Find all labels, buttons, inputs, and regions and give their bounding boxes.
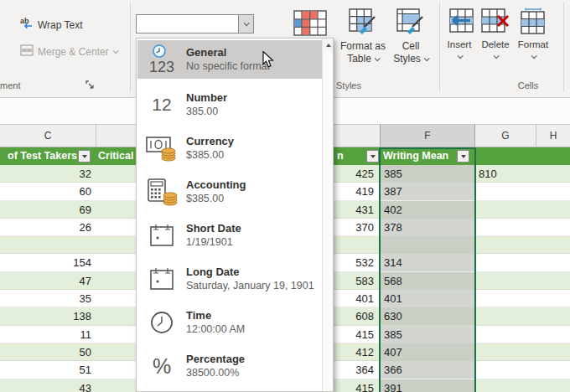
menu-item-short-date[interactable]: Short Date1/19/1901	[137, 214, 323, 256]
percentage-icon: %	[137, 354, 186, 379]
column-letter-g[interactable]: G	[475, 125, 536, 147]
wrap-text-label: Wrap Text	[38, 19, 83, 31]
cell[interactable]: 314	[380, 254, 475, 271]
merge-center-label: Merge & Center	[38, 46, 109, 58]
cell[interactable]: 43	[0, 379, 96, 392]
alignment-group-label: ment	[0, 80, 20, 90]
format-button[interactable]: Format	[514, 3, 552, 59]
chevron-down-icon	[244, 20, 250, 26]
cell[interactable]: 32	[0, 165, 96, 183]
number-format-combobox[interactable]	[136, 14, 254, 34]
column-letter-d[interactable]	[96, 125, 136, 147]
group-separator	[563, 2, 564, 92]
combobox-dropdown-button[interactable]	[238, 15, 253, 33]
cell[interactable]	[0, 236, 96, 254]
cells-group-label: Cells	[498, 80, 558, 90]
cell[interactable]: 385	[380, 326, 475, 343]
cell[interactable]: 387	[380, 183, 475, 200]
insert-button[interactable]: Insert	[442, 3, 477, 59]
cell[interactable]: 51	[0, 361, 96, 379]
cell[interactable]	[475, 290, 536, 307]
cell[interactable]: 138	[0, 307, 96, 325]
delete-icon	[481, 3, 510, 39]
number-12-icon: 12	[137, 95, 186, 115]
chevron-down-icon	[531, 53, 536, 59]
column-letter-c[interactable]: C	[0, 125, 96, 147]
cell[interactable]	[380, 236, 475, 254]
cell[interactable]: 69	[0, 201, 96, 219]
format-label: Format	[518, 39, 548, 51]
cell[interactable]: 366	[380, 361, 475, 379]
chevron-down-icon	[493, 53, 499, 59]
cell[interactable]	[475, 183, 536, 200]
cell[interactable]	[475, 201, 536, 219]
column-letter-h[interactable]: H	[536, 125, 570, 147]
cell[interactable]	[475, 307, 536, 325]
short-date-icon	[137, 223, 186, 248]
cell[interactable]: 60	[0, 183, 96, 200]
excel-window: ab Wrap Text Merge & Center ment	[0, 0, 570, 392]
menu-item-currency[interactable]: Currency$385.00	[137, 127, 323, 169]
conditional-formatting-icon[interactable]	[293, 10, 327, 39]
cell[interactable]: 47	[0, 272, 96, 290]
cell[interactable]: 391	[380, 379, 475, 392]
menu-item-long-date[interactable]: Long DateSaturday, January 19, 1901	[137, 258, 323, 300]
cell[interactable]	[475, 379, 536, 392]
cell[interactable]	[475, 343, 536, 361]
cell[interactable]: 810	[475, 165, 536, 183]
wrap-text-button[interactable]: ab Wrap Text	[20, 17, 83, 33]
cell[interactable]	[475, 236, 536, 254]
number-format-value	[137, 15, 238, 33]
filter-icon[interactable]	[366, 150, 379, 162]
filter-icon[interactable]	[457, 150, 469, 162]
column-letter-f-selected[interactable]: F	[380, 125, 475, 147]
cell[interactable]: 154	[0, 254, 96, 271]
cell[interactable]	[475, 219, 536, 236]
cell[interactable]	[475, 361, 536, 379]
svg-text:ab: ab	[20, 17, 29, 25]
format-as-table-label: Format as	[340, 40, 386, 53]
menu-scrollbar[interactable]	[322, 39, 333, 391]
dialog-launcher-icon[interactable]	[86, 79, 96, 94]
merge-center-button[interactable]: Merge & Center	[20, 44, 117, 59]
long-date-icon	[137, 266, 186, 291]
cell[interactable]	[475, 254, 536, 271]
wrap-text-icon: ab	[20, 17, 34, 33]
cell-styles-button[interactable]: Cell Styles	[387, 3, 434, 65]
cell[interactable]: 402	[380, 201, 475, 219]
cell[interactable]: 35	[0, 290, 96, 307]
insert-icon	[445, 3, 474, 39]
cell[interactable]: 401	[380, 290, 475, 307]
cell[interactable]: 568	[380, 272, 475, 290]
cell[interactable]: 407	[380, 343, 475, 361]
svg-text:123: 123	[149, 59, 174, 75]
cell[interactable]	[475, 272, 536, 290]
cell[interactable]: 50	[0, 343, 96, 361]
cell-styles-label: Cell	[402, 40, 420, 53]
cell[interactable]	[475, 326, 536, 343]
menu-item-general[interactable]: 123 GeneralNo specific format	[137, 40, 323, 79]
menu-item-accounting[interactable]: Accounting$385.00	[137, 171, 323, 213]
time-icon	[137, 310, 186, 335]
menu-item-percentage[interactable]: % Percentage38500.00%	[137, 345, 323, 387]
delete-button[interactable]: Delete	[477, 3, 514, 59]
header-test-takers[interactable]: of Test Takers	[0, 147, 77, 165]
scroll-up-icon[interactable]	[324, 39, 333, 51]
cell[interactable]: 26	[0, 219, 96, 236]
cell[interactable]: 630	[380, 307, 475, 325]
mouse-cursor-icon	[262, 51, 275, 72]
format-as-table-button[interactable]: Format as Table	[334, 3, 392, 65]
filter-icon[interactable]	[78, 150, 91, 162]
cell[interactable]: 11	[0, 326, 96, 343]
active-cell[interactable]: 385	[380, 165, 475, 183]
header-e-partial[interactable]: n	[337, 147, 344, 165]
insert-label: Insert	[448, 39, 472, 51]
number-format-menu: 123 GeneralNo specific format 12 Number3…	[136, 38, 334, 392]
header-critical[interactable]: Critical	[98, 147, 133, 165]
cell[interactable]: 378	[380, 219, 475, 236]
menu-item-title: General	[186, 46, 270, 59]
format-icon	[521, 3, 546, 39]
header-writing-mean[interactable]: Writing Mean	[383, 147, 448, 165]
menu-item-time[interactable]: Time12:00:00 AM	[137, 302, 323, 343]
menu-item-number[interactable]: 12 Number385.00	[137, 84, 323, 126]
